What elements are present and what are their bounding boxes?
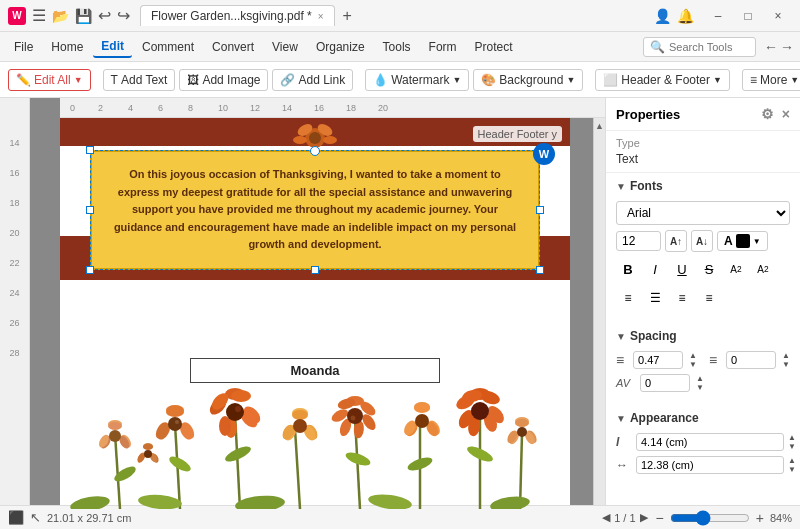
close-button[interactable]: × bbox=[764, 5, 792, 27]
para-spacing-up[interactable]: ▲ bbox=[782, 351, 790, 360]
svg-point-59 bbox=[347, 408, 363, 424]
menu-convert[interactable]: Convert bbox=[204, 37, 262, 57]
menu-tools[interactable]: Tools bbox=[375, 37, 419, 57]
add-image-button[interactable]: 🖼 Add Image bbox=[179, 69, 268, 91]
panel-settings-icon[interactable]: ⚙ bbox=[761, 106, 774, 122]
top-center-handle[interactable] bbox=[310, 146, 320, 156]
user-icon[interactable]: 👤 bbox=[654, 8, 671, 24]
menu-organize[interactable]: Organize bbox=[308, 37, 373, 57]
undo-icon[interactable]: ↩ bbox=[98, 6, 111, 25]
svg-point-91 bbox=[69, 494, 111, 509]
menu-file[interactable]: File bbox=[6, 37, 41, 57]
fonts-section-header[interactable]: ▼ Fonts bbox=[606, 173, 800, 197]
font-select[interactable]: Arial bbox=[616, 201, 790, 225]
cloud-edit-icon[interactable]: W bbox=[533, 143, 555, 165]
new-tab-button[interactable]: + bbox=[337, 5, 358, 27]
bottom-left-handle[interactable] bbox=[86, 266, 94, 274]
spacing-section-header[interactable]: ▼ Spacing bbox=[606, 323, 800, 347]
watermark-button[interactable]: 💧 Watermark ▼ bbox=[365, 69, 469, 91]
type-value: Text bbox=[616, 152, 790, 166]
height-input[interactable] bbox=[636, 433, 784, 451]
align-left-button[interactable]: ≡ bbox=[616, 286, 640, 310]
svg-point-43 bbox=[226, 403, 244, 421]
top-left-handle[interactable] bbox=[86, 146, 94, 154]
width-down[interactable]: ▼ bbox=[788, 465, 796, 474]
type-section: Type Text bbox=[606, 131, 800, 173]
save-icon[interactable]: 💾 bbox=[75, 8, 92, 24]
font-size-down-icon[interactable]: A↓ bbox=[691, 230, 713, 252]
char-spacing-up[interactable]: ▲ bbox=[696, 374, 704, 383]
menu-comment[interactable]: Comment bbox=[134, 37, 202, 57]
align-center-button[interactable]: ☰ bbox=[643, 286, 667, 310]
top-ruler: 0 2 4 6 8 10 12 14 16 18 20 bbox=[60, 98, 605, 118]
more-button[interactable]: ≡ More ▼ bbox=[742, 69, 800, 91]
bold-button[interactable]: B bbox=[616, 257, 640, 281]
document-tab[interactable]: Flower Garden...ksgiving.pdf * × bbox=[140, 5, 335, 26]
menu-edit[interactable]: Edit bbox=[93, 36, 132, 58]
new-file-icon[interactable]: ☰ bbox=[32, 6, 46, 25]
redo-icon[interactable]: ↪ bbox=[117, 6, 130, 25]
menu-form[interactable]: Form bbox=[421, 37, 465, 57]
width-input[interactable] bbox=[636, 456, 784, 474]
bottom-center-handle[interactable] bbox=[311, 266, 319, 274]
zoom-in-button[interactable]: + bbox=[756, 510, 764, 526]
line-spacing-up[interactable]: ▲ bbox=[689, 351, 697, 360]
edit-icon: ✏️ bbox=[16, 73, 31, 87]
char-spacing-input[interactable] bbox=[640, 374, 690, 392]
menu-protect[interactable]: Protect bbox=[467, 37, 521, 57]
height-up[interactable]: ▲ bbox=[788, 433, 796, 442]
font-color-button[interactable]: A ▼ bbox=[717, 231, 768, 251]
add-link-button[interactable]: 🔗 Add Link bbox=[272, 69, 353, 91]
add-text-button[interactable]: T Add Text bbox=[103, 69, 176, 91]
tab-close-icon[interactable]: × bbox=[318, 11, 324, 22]
zoom-out-button[interactable]: − bbox=[656, 510, 664, 526]
svg-point-90 bbox=[144, 450, 152, 458]
line-spacing-icon: ≡ bbox=[616, 352, 629, 368]
align-right-button[interactable]: ≡ bbox=[670, 286, 694, 310]
appearance-section-header[interactable]: ▼ Appearance bbox=[606, 405, 800, 429]
line-spacing-input[interactable] bbox=[633, 351, 683, 369]
header-footer-button[interactable]: ⬜ Header & Footer ▼ bbox=[595, 69, 730, 91]
background-button[interactable]: 🎨 Background ▼ bbox=[473, 69, 583, 91]
maximize-button[interactable]: □ bbox=[734, 5, 762, 27]
bottom-right-handle[interactable] bbox=[536, 266, 544, 274]
bg-dropdown-icon: ▼ bbox=[566, 75, 575, 85]
minimize-button[interactable]: – bbox=[704, 5, 732, 27]
height-down[interactable]: ▼ bbox=[788, 442, 796, 451]
scroll-up-arrow[interactable]: ▲ bbox=[594, 118, 606, 134]
underline-button[interactable]: U bbox=[670, 257, 694, 281]
status-tool-1[interactable]: ⬛ bbox=[8, 510, 24, 525]
strikethrough-button[interactable]: S bbox=[697, 257, 721, 281]
prev-page-button[interactable]: ◀ bbox=[602, 511, 610, 524]
forward-icon[interactable]: → bbox=[780, 39, 794, 55]
superscript-button[interactable]: A2 bbox=[724, 257, 748, 281]
font-size-input[interactable] bbox=[616, 231, 661, 251]
line-spacing-down[interactable]: ▼ bbox=[689, 360, 697, 369]
thanksgiving-text-box[interactable]: On this joyous occasion of Thanksgiving,… bbox=[90, 150, 540, 270]
menu-view[interactable]: View bbox=[264, 37, 306, 57]
more-dropdown-icon: ▼ bbox=[790, 75, 799, 85]
para-spacing-input[interactable] bbox=[726, 351, 776, 369]
menu-home[interactable]: Home bbox=[43, 37, 91, 57]
vertical-scrollbar[interactable]: ▲ ▼ bbox=[593, 118, 605, 529]
status-tool-2[interactable]: ↖ bbox=[30, 510, 41, 525]
italic-button[interactable]: I bbox=[643, 257, 667, 281]
char-spacing-down[interactable]: ▼ bbox=[696, 383, 704, 392]
width-up[interactable]: ▲ bbox=[788, 456, 796, 465]
next-page-button[interactable]: ▶ bbox=[640, 511, 648, 524]
para-spacing-down[interactable]: ▼ bbox=[782, 360, 790, 369]
panel-close-icon[interactable]: × bbox=[782, 106, 790, 122]
search-tools-input[interactable] bbox=[669, 41, 749, 53]
watermark-icon: 💧 bbox=[373, 73, 388, 87]
notification-icon[interactable]: 🔔 bbox=[677, 8, 694, 24]
mid-right-handle[interactable] bbox=[536, 206, 544, 214]
edit-all-button[interactable]: ✏️ Edit All ▼ bbox=[8, 69, 91, 91]
zoom-slider[interactable] bbox=[670, 510, 750, 526]
mid-left-handle[interactable] bbox=[86, 206, 94, 214]
back-icon[interactable]: ← bbox=[764, 39, 778, 55]
font-size-up-icon[interactable]: A↑ bbox=[665, 230, 687, 252]
subscript-button[interactable]: A2 bbox=[751, 257, 775, 281]
align-justify-button[interactable]: ≡ bbox=[697, 286, 721, 310]
width-row: ↔ ▲ ▼ bbox=[616, 456, 790, 474]
open-icon[interactable]: 📂 bbox=[52, 8, 69, 24]
